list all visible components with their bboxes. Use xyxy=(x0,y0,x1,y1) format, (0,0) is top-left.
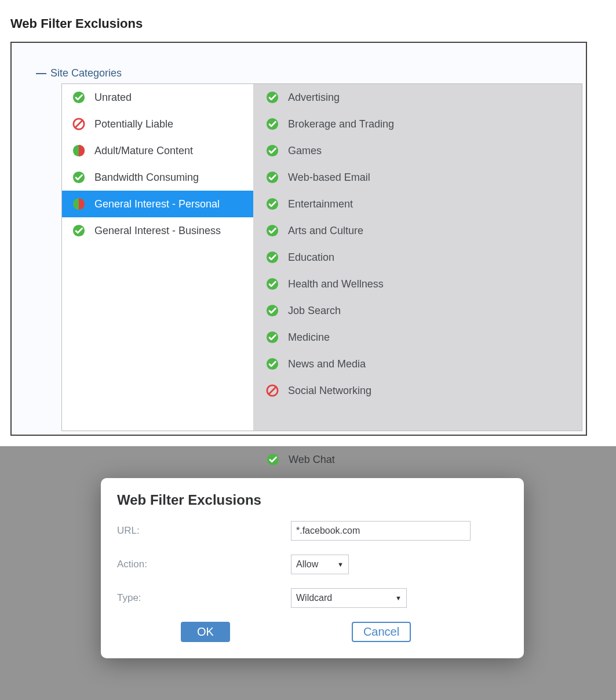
category-left-item-label: General Interest - Business xyxy=(94,225,221,237)
category-left-list: UnratedPotentially LiableAdult/Mature Co… xyxy=(62,84,253,431)
exclusion-dialog: Web Filter Exclusions URL: Action: Allow… xyxy=(101,478,524,658)
allow-icon xyxy=(72,224,85,237)
overlay-bg-item-label: Web Chat xyxy=(289,454,335,466)
allow-icon xyxy=(266,251,279,264)
allow-icon xyxy=(266,118,279,130)
url-label: URL: xyxy=(117,525,291,537)
category-left-item-label: Adult/Mature Content xyxy=(94,145,193,157)
category-right-item-label: Web-based Email xyxy=(288,172,370,184)
allow-icon xyxy=(72,171,85,184)
category-left-item[interactable]: General Interest - Personal xyxy=(62,191,253,217)
ok-button[interactable]: OK xyxy=(181,622,230,642)
tree-node-label: Site Categories xyxy=(50,67,122,79)
allow-icon xyxy=(266,171,279,184)
category-left-item[interactable]: Unrated xyxy=(62,84,253,111)
category-right-item-label: Health and Wellness xyxy=(288,278,384,290)
category-right-item-label: Entertainment xyxy=(288,198,353,210)
category-right-list: AdvertisingBrokerage and TradingGamesWeb… xyxy=(253,84,582,431)
allow-icon xyxy=(266,144,279,157)
category-left-item[interactable]: Bandwidth Consuming xyxy=(62,164,253,191)
block-icon xyxy=(266,384,279,397)
category-right-item[interactable]: Job Search xyxy=(253,297,582,324)
category-right-item[interactable]: Games xyxy=(253,137,582,164)
allow-icon xyxy=(266,331,279,344)
category-right-item[interactable]: Advertising xyxy=(253,84,582,111)
category-right-item-label: Arts and Culture xyxy=(288,225,363,237)
dialog-title: Web Filter Exclusions xyxy=(117,492,508,508)
category-right-item[interactable]: Social Networking xyxy=(253,377,582,404)
allow-icon xyxy=(267,453,279,466)
category-right-item-label: Medicine xyxy=(288,331,330,344)
collapse-icon[interactable]: — xyxy=(35,67,48,79)
url-input[interactable] xyxy=(291,521,471,541)
modal-overlay: Web ChatInstant MessagingContent Servers… xyxy=(0,446,616,700)
categories-body: UnratedPotentially LiableAdult/Mature Co… xyxy=(61,83,582,431)
category-left-item[interactable]: Adult/Mature Content xyxy=(62,137,253,164)
category-left-item[interactable]: Potentially Liable xyxy=(62,111,253,137)
category-left-item[interactable]: General Interest - Business xyxy=(62,217,253,244)
action-label: Action: xyxy=(117,559,291,570)
type-select-value: Wildcard xyxy=(296,593,332,603)
category-left-item-label: Bandwidth Consuming xyxy=(94,172,199,184)
page-title: Web Filter Exclusions xyxy=(10,16,143,31)
category-right-item-label: Games xyxy=(288,145,322,157)
categories-panel: — Site Categories UnratedPotentially Lia… xyxy=(10,42,587,436)
category-right-item-label: Brokerage and Trading xyxy=(288,118,394,130)
category-left-item-label: Potentially Liable xyxy=(94,118,173,130)
type-label: Type: xyxy=(117,592,291,604)
category-right-item-label: Social Networking xyxy=(288,385,371,397)
category-right-item[interactable]: Health and Wellness xyxy=(253,271,582,297)
action-select[interactable]: Allow xyxy=(291,555,349,574)
overlay-bg-item[interactable]: Web Chat xyxy=(256,446,616,473)
category-right-item[interactable]: Medicine xyxy=(253,324,582,351)
allow-icon xyxy=(266,278,279,290)
category-right-item-label: News and Media xyxy=(288,358,366,370)
allow-icon xyxy=(266,91,279,104)
category-right-item[interactable]: News and Media xyxy=(253,351,582,377)
cancel-button[interactable]: Cancel xyxy=(352,622,411,642)
half-icon xyxy=(72,198,85,210)
allow-icon xyxy=(266,358,279,370)
category-right-item-label: Advertising xyxy=(288,92,340,104)
half-icon xyxy=(72,144,85,157)
allow-icon xyxy=(72,91,85,104)
category-right-item-label: Job Search xyxy=(288,305,341,317)
category-right-item[interactable]: Entertainment xyxy=(253,191,582,217)
category-right-item[interactable]: Web-based Email xyxy=(253,164,582,191)
tree-node-site-categories[interactable]: — Site Categories xyxy=(35,67,122,79)
allow-icon xyxy=(266,304,279,317)
block-icon xyxy=(72,118,85,130)
category-right-item[interactable]: Arts and Culture xyxy=(253,217,582,244)
category-right-item[interactable]: Brokerage and Trading xyxy=(253,111,582,137)
type-select[interactable]: Wildcard xyxy=(291,588,407,608)
action-select-value: Allow xyxy=(296,559,318,570)
category-left-item-label: General Interest - Personal xyxy=(94,198,220,210)
category-right-item-label: Education xyxy=(288,251,334,264)
allow-icon xyxy=(266,198,279,210)
category-left-item-label: Unrated xyxy=(94,92,132,104)
allow-icon xyxy=(266,224,279,237)
category-right-item[interactable]: Education xyxy=(253,244,582,271)
